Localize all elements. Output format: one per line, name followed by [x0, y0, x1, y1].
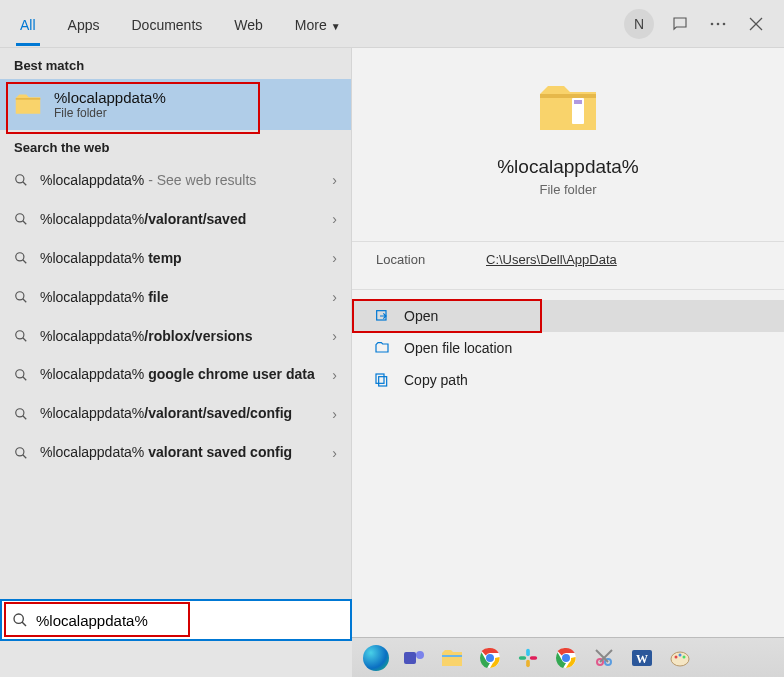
- svg-rect-35: [526, 659, 530, 666]
- tab-all[interactable]: All: [4, 3, 52, 45]
- more-icon[interactable]: [706, 12, 730, 36]
- tab-documents[interactable]: Documents: [115, 3, 218, 45]
- search-bar[interactable]: [0, 599, 352, 641]
- web-result[interactable]: %localappdata%/roblox/versions ›: [0, 317, 351, 356]
- taskbar-word[interactable]: W: [628, 644, 656, 672]
- chevron-right-icon: ›: [332, 211, 337, 227]
- location-value[interactable]: C:\Users\Dell\AppData: [486, 252, 617, 267]
- chevron-right-icon: ›: [332, 172, 337, 188]
- svg-point-46: [675, 655, 678, 658]
- best-match-header: Best match: [0, 48, 351, 79]
- tab-label: All: [20, 17, 36, 33]
- chevron-right-icon: ›: [332, 406, 337, 422]
- svg-point-2: [723, 22, 726, 25]
- svg-rect-24: [379, 377, 387, 386]
- search-icon: [14, 251, 28, 265]
- action-open-file-location[interactable]: Open file location: [352, 332, 784, 364]
- svg-point-19: [16, 447, 24, 455]
- web-result[interactable]: %localappdata%/valorant/saved/config ›: [0, 394, 351, 433]
- chevron-right-icon: ›: [332, 289, 337, 305]
- svg-point-32: [486, 654, 494, 662]
- result-text: %localappdata%/valorant/saved/config: [40, 404, 320, 423]
- result-text: %localappdata% google chrome user data: [40, 365, 320, 384]
- web-result[interactable]: %localappdata% - See web results ›: [0, 161, 351, 200]
- search-input[interactable]: [36, 612, 340, 629]
- folder-icon: [536, 78, 600, 142]
- svg-line-14: [23, 338, 27, 342]
- avatar-initial: N: [634, 16, 644, 32]
- web-result[interactable]: %localappdata% file ›: [0, 278, 351, 317]
- svg-line-20: [23, 454, 27, 458]
- taskbar-edge[interactable]: [362, 644, 390, 672]
- svg-line-12: [23, 299, 27, 303]
- taskbar-teams[interactable]: [400, 644, 428, 672]
- svg-point-7: [16, 214, 24, 222]
- action-label: Open file location: [404, 340, 512, 356]
- close-icon[interactable]: [744, 12, 768, 36]
- svg-point-15: [16, 370, 24, 378]
- svg-point-11: [16, 292, 24, 300]
- search-icon: [14, 368, 28, 382]
- svg-rect-28: [404, 652, 416, 664]
- svg-rect-30: [442, 655, 462, 657]
- action-copy-path[interactable]: Copy path: [352, 364, 784, 396]
- svg-line-6: [23, 182, 27, 186]
- best-match-subtitle: File folder: [54, 106, 166, 120]
- search-icon: [14, 407, 28, 421]
- svg-line-18: [23, 416, 27, 420]
- web-result[interactable]: %localappdata% google chrome user data ›: [0, 355, 351, 394]
- svg-line-27: [22, 622, 26, 626]
- detail-title: %localappdata%: [376, 156, 760, 178]
- svg-rect-34: [519, 656, 526, 660]
- web-result[interactable]: %localappdata% valorant saved config ›: [0, 433, 351, 472]
- tab-label: Apps: [68, 17, 100, 33]
- folder-icon: [14, 91, 42, 119]
- tab-web[interactable]: Web: [218, 3, 279, 45]
- search-web-header: Search the web: [0, 130, 351, 161]
- result-text: %localappdata% temp: [40, 249, 320, 268]
- taskbar-chrome-2[interactable]: [552, 644, 580, 672]
- chevron-right-icon: ›: [332, 250, 337, 266]
- taskbar-slack[interactable]: [514, 644, 542, 672]
- taskbar: W: [352, 637, 784, 677]
- svg-point-29: [416, 651, 424, 659]
- copy-icon: [374, 372, 390, 388]
- detail-subtitle: File folder: [376, 182, 760, 197]
- web-result[interactable]: %localappdata%/valorant/saved ›: [0, 200, 351, 239]
- chevron-right-icon: ›: [332, 367, 337, 383]
- svg-text:W: W: [636, 652, 648, 666]
- web-result[interactable]: %localappdata% temp ›: [0, 239, 351, 278]
- result-text: %localappdata%/roblox/versions: [40, 327, 320, 346]
- taskbar-snip[interactable]: [590, 644, 618, 672]
- location-icon: [374, 340, 390, 356]
- svg-line-10: [23, 260, 27, 264]
- svg-point-26: [14, 614, 23, 623]
- divider: [352, 241, 784, 242]
- best-match-item[interactable]: %localappdata% File folder: [0, 79, 351, 130]
- detail-panel: %localappdata% File folder Location C:\U…: [352, 48, 784, 640]
- search-icon: [12, 612, 28, 628]
- chevron-down-icon: ▼: [331, 21, 341, 32]
- tab-more[interactable]: More▼: [279, 3, 357, 45]
- result-text: %localappdata%/valorant/saved: [40, 210, 320, 229]
- chevron-right-icon: ›: [332, 445, 337, 461]
- taskbar-chrome[interactable]: [476, 644, 504, 672]
- tabs-bar: All Apps Documents Web More▼: [4, 3, 624, 45]
- best-match-title: %localappdata%: [54, 89, 166, 106]
- tab-label: Documents: [131, 17, 202, 33]
- svg-point-48: [683, 655, 686, 658]
- taskbar-paint[interactable]: [666, 644, 694, 672]
- svg-line-8: [23, 221, 27, 225]
- action-open[interactable]: Open: [352, 300, 784, 332]
- avatar[interactable]: N: [624, 9, 654, 39]
- svg-point-1: [717, 22, 720, 25]
- svg-point-9: [16, 253, 24, 261]
- result-text: %localappdata% - See web results: [40, 171, 320, 190]
- search-icon: [14, 446, 28, 460]
- feedback-icon[interactable]: [668, 12, 692, 36]
- search-icon: [14, 329, 28, 343]
- svg-point-0: [711, 22, 714, 25]
- taskbar-explorer[interactable]: [438, 644, 466, 672]
- search-icon: [14, 290, 28, 304]
- tab-apps[interactable]: Apps: [52, 3, 116, 45]
